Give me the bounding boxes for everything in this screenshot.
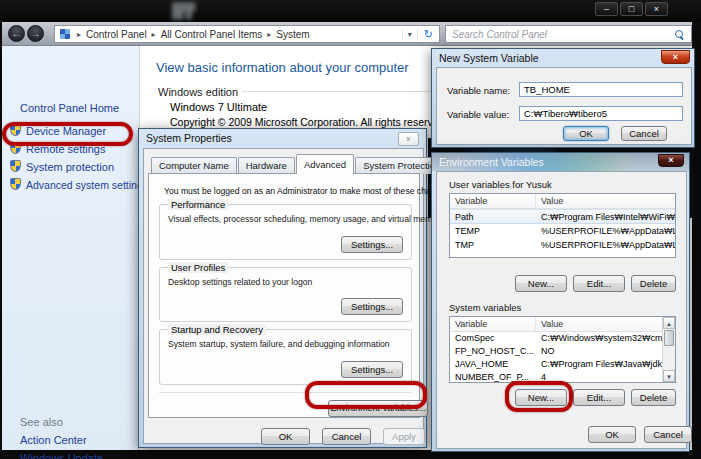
close-icon[interactable]: × <box>658 154 684 167</box>
scrollbar-thumb[interactable] <box>664 330 674 346</box>
variable-name-input[interactable]: TB_HOME <box>519 82 683 97</box>
performance-legend: Performance <box>168 199 228 210</box>
search-placeholder: Search Control Panel <box>446 29 675 40</box>
window-title-bar: ▓▓▓▓▓▓ ▓ – □ × <box>0 0 701 22</box>
performance-settings-button[interactable]: Settings... <box>341 236 403 253</box>
breadcrumb-arrow-icon: ▸ <box>75 30 83 39</box>
user-profiles-legend: User Profiles <box>168 262 228 273</box>
address-bar[interactable]: ▸ Control Panel ▸ All Control Panel Item… <box>54 25 440 43</box>
table-header[interactable]: Variable Value <box>450 317 675 332</box>
sp-ok-button[interactable]: OK <box>261 428 310 445</box>
tab-advanced[interactable]: Advanced <box>296 154 354 174</box>
ev-cancel-button[interactable]: Cancel <box>644 426 692 443</box>
close-icon[interactable]: × <box>661 50 690 64</box>
nsv-ok-button[interactable]: OK <box>563 126 609 141</box>
startup-recovery-legend: Startup and Recovery <box>168 324 266 335</box>
control-panel-icon <box>60 29 70 39</box>
back-button[interactable]: ← <box>8 25 25 42</box>
user-profiles-settings-button[interactable]: Settings... <box>341 298 403 315</box>
table-row[interactable]: FP_NO_HOST_C... NO <box>450 345 675 358</box>
cell-variable: JAVA_HOME <box>450 358 536 371</box>
system-variables-table[interactable]: Variable Value ComSpec C:₩Windows₩system… <box>449 316 676 383</box>
maximize-button[interactable]: □ <box>620 2 643 16</box>
breadcrumb-all-items[interactable]: All Control Panel Items <box>158 29 266 40</box>
tab-computer-name[interactable]: Computer Name <box>151 157 237 174</box>
search-icon[interactable] <box>675 30 684 39</box>
user-edit-button[interactable]: Edit... <box>573 275 625 292</box>
startup-recovery-settings-button[interactable]: Settings... <box>341 361 403 378</box>
page-title: View basic information about your comput… <box>156 60 409 75</box>
tab-hardware[interactable]: Hardware <box>238 157 295 174</box>
sp-cancel-button[interactable]: Cancel <box>322 428 371 445</box>
performance-description: Visual effects, processor scheduling, me… <box>168 214 444 224</box>
sidebar-item-control-panel-home[interactable]: Control Panel Home <box>20 102 119 114</box>
copyright-text: Copyright © 2009 Microsoft Corporation. … <box>170 116 447 128</box>
cell-variable: Path <box>450 210 536 223</box>
table-row[interactable]: JAVA_HOME C:₩Program Files₩Java₩jdk1.7.0… <box>450 358 675 371</box>
annotation-new-button <box>505 381 573 412</box>
scrollbar[interactable]: ▲ ▼ <box>662 317 675 382</box>
variable-value-input[interactable]: C:₩Tibero₩tibero5 <box>519 106 683 121</box>
cell-variable: TMP <box>450 238 536 252</box>
performance-group: Performance Visual effects, processor sc… <box>159 204 412 260</box>
sidebar-item-action-center[interactable]: Action Center <box>20 434 138 447</box>
navigation-bar: ← → ▸ Control Panel ▸ All Control Panel … <box>2 22 692 46</box>
cell-value: %USERPROFILE%₩AppData₩Local₩... <box>536 224 675 238</box>
annotation-advanced-system-settings <box>2 122 133 146</box>
table-row[interactable]: TMP %USERPROFILE%₩AppData₩Local₩... <box>450 238 675 252</box>
cell-variable: ComSpec <box>450 332 536 345</box>
search-box[interactable]: Search Control Panel <box>445 25 692 43</box>
column-value[interactable]: Value <box>536 194 675 208</box>
annotation-environment-variables-button <box>305 381 427 409</box>
sidebar-item-system-protection[interactable]: System protection <box>26 161 114 173</box>
close-button[interactable]: × <box>645 2 668 16</box>
cell-variable: FP_NO_HOST_C... <box>450 345 536 358</box>
sidebar-item-advanced-system-settings[interactable]: Advanced system settings <box>26 179 148 191</box>
environment-variables-title: Environment Variables <box>432 153 689 171</box>
ev-ok-button[interactable]: OK <box>588 426 636 443</box>
column-value[interactable]: Value <box>536 317 675 331</box>
uac-shield-icon <box>10 160 21 172</box>
breadcrumb-system[interactable]: System <box>273 29 312 40</box>
address-dropdown-icon[interactable]: ▾ <box>402 30 417 39</box>
system-properties-title: System Properties <box>139 129 426 147</box>
sidebar: Control Panel Home Device Manager Remote… <box>2 46 140 450</box>
breadcrumb-control-panel[interactable]: Control Panel <box>83 29 150 40</box>
startup-recovery-description: System startup, system failure, and debu… <box>168 339 390 349</box>
scroll-down-icon[interactable]: ▼ <box>663 370 675 382</box>
table-header[interactable]: Variable Value <box>450 194 675 209</box>
user-variables-table[interactable]: Variable Value Path C:₩Program Files₩Int… <box>449 193 676 258</box>
startup-recovery-group: Startup and Recovery System startup, sys… <box>159 329 412 385</box>
user-profiles-group: User Profiles Desktop settings related t… <box>159 267 412 322</box>
refresh-icon[interactable]: ↻ <box>417 28 439 41</box>
breadcrumb-arrow-icon: ▸ <box>265 30 273 39</box>
system-delete-button[interactable]: Delete <box>631 389 676 406</box>
user-delete-button[interactable]: Delete <box>631 275 676 292</box>
sp-apply-button[interactable]: Apply <box>383 428 425 445</box>
close-icon[interactable]: × <box>398 132 419 146</box>
breadcrumb-arrow-icon: ▸ <box>150 30 158 39</box>
cell-value: %USERPROFILE%₩AppData₩Local₩... <box>536 238 675 252</box>
cell-value: NO <box>536 345 675 358</box>
new-system-variable-title: New System Variable <box>432 49 694 67</box>
cell-value: C:₩Program Files₩Intel₩WiFi₩bin₩;... <box>536 210 675 223</box>
see-also-header: See also <box>20 416 63 428</box>
sidebar-item-windows-update[interactable]: Windows Update <box>20 452 138 459</box>
minimize-button[interactable]: – <box>595 2 618 16</box>
user-new-button[interactable]: New... <box>515 275 567 292</box>
table-row[interactable]: Path C:₩Program Files₩Intel₩WiFi₩bin₩;..… <box>450 209 675 224</box>
table-row[interactable]: TEMP %USERPROFILE%₩AppData₩Local₩... <box>450 224 675 238</box>
cell-variable: TEMP <box>450 224 536 238</box>
new-system-variable-dialog: New System Variable × Variable name: TB_… <box>431 48 695 148</box>
user-profiles-description: Desktop settings related to your logon <box>168 277 312 287</box>
column-variable[interactable]: Variable <box>450 317 536 331</box>
forward-button[interactable]: → <box>27 25 44 42</box>
column-variable[interactable]: Variable <box>450 194 536 208</box>
scroll-up-icon[interactable]: ▲ <box>663 317 675 329</box>
system-edit-button[interactable]: Edit... <box>573 389 625 406</box>
uac-shield-icon <box>10 178 21 190</box>
table-row[interactable]: ComSpec C:₩Windows₩system32₩cmd.exe <box>450 332 675 345</box>
nsv-cancel-button[interactable]: Cancel <box>621 126 667 141</box>
system-variables-label: System variables <box>449 302 521 313</box>
blurred-caption-text: ▓▓▓▓▓▓ ▓ <box>172 3 236 19</box>
